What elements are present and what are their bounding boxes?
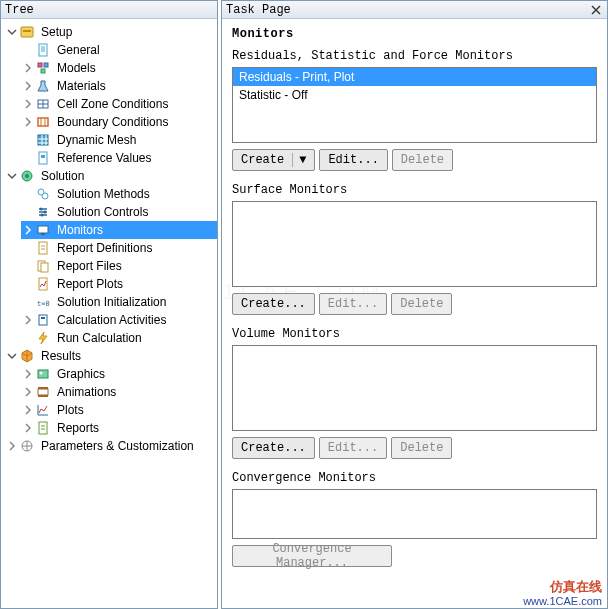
tree-models[interactable]: Models [21, 59, 217, 77]
svg-rect-36 [38, 370, 48, 378]
svg-text:t=0: t=0 [37, 300, 50, 308]
tree-label: Solution Methods [53, 185, 154, 203]
solution-icon [19, 168, 35, 184]
svg-rect-35 [41, 317, 45, 319]
svg-rect-12 [38, 118, 48, 126]
edit-button: Edit... [319, 293, 387, 315]
surface-listbox[interactable] [232, 201, 597, 287]
delete-button: Delete [391, 293, 452, 315]
expand-icon[interactable] [21, 79, 35, 93]
convergence-manager-button: Convergence Manager... [232, 545, 392, 567]
expand-icon[interactable] [21, 223, 35, 237]
svg-rect-2 [39, 44, 47, 56]
tree-solution[interactable]: Solution [5, 167, 217, 185]
list-item[interactable]: Statistic - Off [233, 86, 596, 104]
tree-reports[interactable]: Reports [21, 419, 217, 437]
init-icon: t=0 [35, 294, 51, 310]
mesh-icon [35, 132, 51, 148]
svg-rect-31 [41, 263, 48, 272]
svg-rect-26 [41, 233, 45, 235]
tree-label: General [53, 41, 104, 59]
tree-label: Results [37, 347, 85, 365]
tree-run-calculation[interactable]: Run Calculation [21, 329, 217, 347]
svg-rect-34 [39, 315, 47, 325]
svg-rect-40 [38, 395, 48, 397]
tree-label: Calculation Activities [53, 311, 170, 329]
tree-label: Monitors [53, 221, 107, 239]
create-dropdown-button[interactable]: Create ▼ [232, 149, 315, 171]
create-button[interactable]: Create... [232, 437, 315, 459]
create-button[interactable]: Create... [232, 293, 315, 315]
button-label: Create [241, 153, 284, 167]
svg-point-21 [42, 193, 48, 199]
tree-label: Solution Controls [53, 203, 152, 221]
svg-rect-17 [41, 155, 45, 158]
monitors-icon [35, 222, 51, 238]
tree-label: Boundary Conditions [53, 113, 172, 131]
collapse-icon[interactable] [5, 349, 19, 363]
results-icon [19, 348, 35, 364]
tree-reference-values[interactable]: Reference Values [21, 149, 217, 167]
controls-icon [35, 204, 51, 220]
tree-label: Animations [53, 383, 120, 401]
convergence-section-label: Convergence Monitors [232, 471, 597, 485]
page-title: Monitors [232, 27, 597, 41]
tree-initialization[interactable]: t=0 Solution Initialization [21, 293, 217, 311]
tree-label: Models [53, 59, 100, 77]
tree-report-files[interactable]: Report Files [21, 257, 217, 275]
reports-icon [35, 420, 51, 436]
tree-graphics[interactable]: Graphics [21, 365, 217, 383]
list-item[interactable]: Residuals - Print, Plot [233, 68, 596, 86]
expand-icon[interactable] [21, 421, 35, 435]
tree-label: Report Files [53, 257, 126, 275]
calc-activities-icon [35, 312, 51, 328]
svg-rect-7 [44, 63, 48, 67]
expand-icon[interactable] [21, 61, 35, 75]
animations-icon [35, 384, 51, 400]
tree-pane: Tree Setup General [0, 0, 218, 609]
setup-icon [19, 24, 35, 40]
expand-icon[interactable] [21, 97, 35, 111]
tree-report-definitions[interactable]: Report Definitions [21, 239, 217, 257]
expand-icon[interactable] [21, 115, 35, 129]
tree-calc-activities[interactable]: Calculation Activities [21, 311, 217, 329]
task-header: Task Page [222, 1, 607, 19]
task-body: Monitors Residuals, Statistic and Force … [222, 19, 607, 608]
tree-label: Materials [53, 77, 110, 95]
collapse-icon[interactable] [5, 169, 19, 183]
edit-button[interactable]: Edit... [319, 149, 387, 171]
expand-icon[interactable] [21, 367, 35, 381]
chevron-down-icon: ▼ [292, 153, 306, 167]
expand-icon[interactable] [21, 403, 35, 417]
tree-boundary[interactable]: Boundary Conditions [21, 113, 217, 131]
tree-label: Dynamic Mesh [53, 131, 140, 149]
volume-listbox[interactable] [232, 345, 597, 431]
tree-monitors[interactable]: Monitors [21, 221, 217, 239]
collapse-icon[interactable] [5, 25, 19, 39]
tree-solution-methods[interactable]: Solution Methods [21, 185, 217, 203]
svg-rect-27 [39, 242, 47, 254]
tree-setup[interactable]: Setup [5, 23, 217, 41]
tree-cell-zone[interactable]: Cell Zone Conditions [21, 95, 217, 113]
tree-animations[interactable]: Animations [21, 383, 217, 401]
close-icon[interactable] [589, 3, 603, 17]
task-pane: Task Page Monitors Residuals, Statistic … [221, 0, 608, 609]
tree-parameters[interactable]: Parameters & Customization [5, 437, 217, 455]
tree-materials[interactable]: Materials [21, 77, 217, 95]
svg-rect-32 [39, 278, 47, 290]
tree-solution-controls[interactable]: Solution Controls [21, 203, 217, 221]
tree-label: Run Calculation [53, 329, 146, 347]
svg-point-23 [44, 211, 47, 214]
tree-general[interactable]: General [21, 41, 217, 59]
outline-tree[interactable]: Setup General Models [1, 19, 217, 608]
tree-dynamic-mesh[interactable]: Dynamic Mesh [21, 131, 217, 149]
tree-label: Report Plots [53, 275, 127, 293]
tree-results[interactable]: Results [5, 347, 217, 365]
tree-plots[interactable]: Plots [21, 401, 217, 419]
tree-report-plots[interactable]: Report Plots [21, 275, 217, 293]
expand-icon[interactable] [21, 385, 35, 399]
expand-icon[interactable] [21, 313, 35, 327]
convergence-listbox[interactable] [232, 489, 597, 539]
residuals-listbox[interactable]: Residuals - Print, Plot Statistic - Off [232, 67, 597, 143]
expand-icon[interactable] [5, 439, 19, 453]
